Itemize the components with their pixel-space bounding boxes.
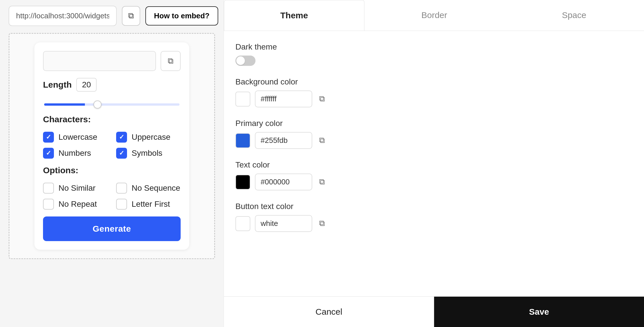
password-row: ⧉	[43, 51, 181, 71]
letter-first-checkbox[interactable]	[116, 199, 127, 210]
how-to-embed-button[interactable]: How to embed?	[145, 6, 218, 25]
toggle-thumb	[236, 56, 245, 65]
button-text-color-section: Button text color ⧉	[235, 202, 633, 232]
symbols-item: Symbols	[116, 148, 181, 159]
no-repeat-item: No Repeat	[43, 199, 108, 210]
tab-space[interactable]: Space	[504, 0, 644, 31]
button-text-color-input[interactable]	[255, 215, 312, 232]
background-color-row: ⧉	[235, 90, 633, 107]
primary-color-input[interactable]	[255, 132, 312, 149]
no-sequence-item: No Sequence	[116, 183, 181, 194]
copy-btn-text-icon: ⧉	[319, 219, 325, 228]
numbers-item: Numbers	[43, 148, 108, 159]
left-panel: ⧉ How to embed? ⧉ Length 20	[0, 0, 224, 327]
tab-theme[interactable]: Theme	[224, 0, 364, 31]
no-similar-label: No Similar	[58, 184, 95, 193]
primary-color-label: Primary color	[235, 119, 633, 128]
length-label: Length	[43, 80, 72, 90]
characters-grid: Lowercase Uppercase Numbers Symbols	[43, 132, 181, 159]
symbols-checkbox[interactable]	[116, 148, 127, 159]
no-sequence-checkbox[interactable]	[116, 183, 127, 194]
letter-first-item: Letter First	[116, 199, 181, 210]
numbers-label: Numbers	[58, 149, 91, 158]
generate-button[interactable]: Generate	[43, 216, 181, 241]
copy-button-text-color-button[interactable]: ⧉	[317, 216, 327, 231]
widget-card: ⧉ Length 20 Characters: Lowercase	[34, 42, 189, 250]
copy-primary-icon: ⧉	[319, 136, 325, 145]
copy-text-color-button[interactable]: ⧉	[317, 175, 327, 189]
copy-text-icon: ⧉	[319, 177, 325, 186]
tabs-row: Theme Border Space	[224, 0, 644, 31]
copy-password-button[interactable]: ⧉	[161, 51, 181, 71]
slider-container	[43, 99, 181, 108]
background-color-label: Background color	[235, 77, 633, 86]
no-similar-checkbox[interactable]	[43, 183, 54, 194]
letter-first-label: Letter First	[132, 200, 170, 209]
text-color-swatch[interactable]	[235, 175, 250, 190]
primary-color-section: Primary color ⧉	[235, 119, 633, 149]
copy-bg-icon: ⧉	[319, 94, 325, 103]
no-repeat-checkbox[interactable]	[43, 199, 54, 210]
dark-theme-section: Dark theme	[235, 42, 633, 66]
button-text-color-swatch[interactable]	[235, 216, 250, 231]
primary-color-swatch[interactable]	[235, 133, 250, 148]
options-grid: No Similar No Sequence No Repeat Letter …	[43, 183, 181, 210]
lowercase-label: Lowercase	[58, 133, 97, 142]
tab-border[interactable]: Border	[364, 0, 504, 31]
numbers-checkbox[interactable]	[43, 148, 54, 159]
options-section: Options: No Similar No Sequence No Repea…	[43, 166, 181, 210]
background-color-section: Background color ⧉	[235, 77, 633, 107]
no-repeat-label: No Repeat	[58, 200, 97, 209]
copy-url-button[interactable]: ⧉	[122, 6, 140, 26]
copy-background-color-button[interactable]: ⧉	[317, 92, 327, 106]
button-text-color-row: ⧉	[235, 215, 633, 232]
password-display	[43, 51, 156, 71]
characters-title: Characters:	[43, 115, 181, 124]
text-color-row: ⧉	[235, 174, 633, 190]
uppercase-item: Uppercase	[116, 132, 181, 143]
lowercase-checkbox[interactable]	[43, 132, 54, 143]
copy-primary-color-button[interactable]: ⧉	[317, 133, 327, 147]
lowercase-item: Lowercase	[43, 132, 108, 143]
primary-color-row: ⧉	[235, 132, 633, 149]
text-color-input[interactable]	[255, 174, 312, 190]
uppercase-label: Uppercase	[132, 133, 170, 142]
url-bar-row: ⧉ How to embed?	[9, 6, 215, 26]
right-panel: Theme Border Space Dark theme Background…	[224, 0, 644, 327]
no-sequence-label: No Sequence	[132, 184, 180, 193]
copy-icon: ⧉	[128, 11, 134, 21]
length-slider[interactable]	[44, 103, 179, 106]
dark-theme-label: Dark theme	[235, 42, 633, 52]
text-color-label: Text color	[235, 160, 633, 170]
bottom-actions: Cancel Save	[224, 296, 644, 327]
background-color-input[interactable]	[255, 90, 312, 107]
dark-theme-toggle[interactable]	[235, 56, 255, 66]
copy-pw-icon: ⧉	[168, 56, 173, 66]
length-row: Length 20	[43, 78, 181, 92]
button-text-color-label: Button text color	[235, 202, 633, 211]
settings-content: Dark theme Background color ⧉ Primary co…	[224, 31, 644, 296]
text-color-section: Text color ⧉	[235, 160, 633, 190]
widget-preview-area: ⧉ Length 20 Characters: Lowercase	[9, 33, 215, 259]
url-input[interactable]	[9, 6, 117, 26]
save-button[interactable]: Save	[434, 297, 644, 327]
cancel-button[interactable]: Cancel	[224, 297, 434, 327]
no-similar-item: No Similar	[43, 183, 108, 194]
background-color-swatch[interactable]	[235, 92, 250, 107]
uppercase-checkbox[interactable]	[116, 132, 127, 143]
length-value: 20	[76, 78, 97, 92]
options-title: Options:	[43, 166, 181, 175]
characters-section: Characters: Lowercase Uppercase Numbers	[43, 115, 181, 159]
symbols-label: Symbols	[132, 149, 162, 158]
